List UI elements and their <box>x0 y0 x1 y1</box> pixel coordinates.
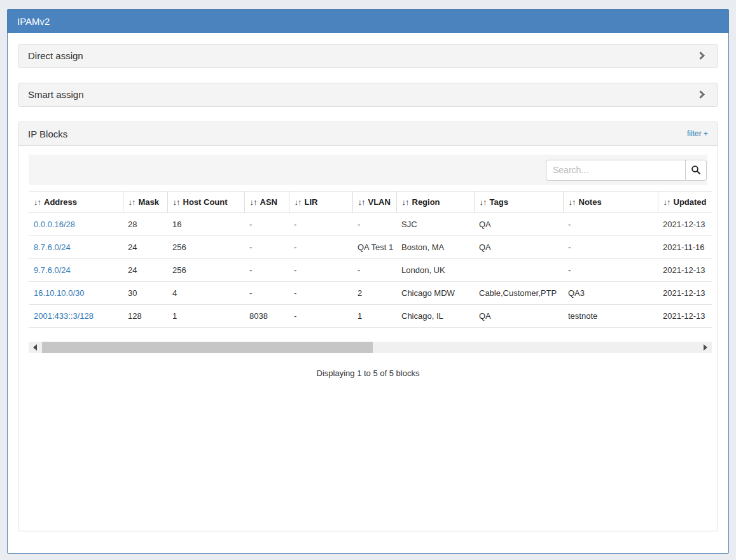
column-header-tags[interactable]: ↓↑Tags <box>474 192 563 213</box>
cell-host-count: 16 <box>167 213 244 236</box>
cell-tags: QA <box>474 305 563 328</box>
sort-icon: ↓↑ <box>358 197 365 207</box>
column-header-address[interactable]: ↓↑Address <box>29 192 123 213</box>
cell-notes: - <box>563 259 658 282</box>
table-row: 0.0.0.16/282816---SJCQA-2021-12-13 <box>29 213 712 236</box>
column-header-updated[interactable]: ↓↑Updated <box>658 192 712 213</box>
cell-mask: 28 <box>123 213 167 236</box>
cell-address: 16.10.10.0/30 <box>29 282 123 305</box>
column-label: VLAN <box>368 197 391 207</box>
smart-assign-panel[interactable]: Smart assign <box>18 83 718 107</box>
search-button[interactable] <box>685 160 707 181</box>
cell-host-count: 1 <box>167 305 244 328</box>
cell-asn: - <box>244 213 289 236</box>
cell-asn: - <box>244 282 289 305</box>
search-input[interactable] <box>546 160 685 181</box>
cell-asn: - <box>244 259 289 282</box>
scrollbar-thumb[interactable] <box>42 342 373 353</box>
table-summary: Displaying 1 to 5 of 5 blocks <box>29 368 707 378</box>
cell-mask: 128 <box>123 305 167 328</box>
cell-notes: QA3 <box>563 282 658 305</box>
column-header-host-count[interactable]: ↓↑Host Count <box>167 192 244 213</box>
cell-tags: Cable,Customer,PTP <box>474 282 563 305</box>
smart-assign-label: Smart assign <box>18 83 84 106</box>
column-header-vlan[interactable]: ↓↑VLAN <box>352 192 396 213</box>
cell-lir: - <box>289 282 352 305</box>
cell-address: 9.7.6.0/24 <box>29 259 123 282</box>
column-label: Updated <box>674 197 707 207</box>
cell-vlan: 1 <box>352 305 396 328</box>
filter-link[interactable]: filter + <box>687 129 708 138</box>
cell-region: Chicago MDW <box>396 282 474 305</box>
cell-vlan: - <box>352 259 396 282</box>
cell-notes: - <box>563 213 658 236</box>
scroll-left-arrow-icon[interactable] <box>33 344 37 351</box>
cell-vlan: QA Test 1 <box>352 236 396 259</box>
column-label: Mask <box>139 197 160 207</box>
sort-icon: ↓↑ <box>663 197 670 207</box>
app-title: IPAMv2 <box>17 16 50 27</box>
cell-lir: - <box>289 236 352 259</box>
column-label: Tags <box>490 197 508 207</box>
cell-region: SJC <box>396 213 474 236</box>
cell-mask: 24 <box>123 259 167 282</box>
cell-tags <box>474 259 563 282</box>
table-toolbar <box>29 155 707 185</box>
ip-blocks-title: IP Blocks <box>28 129 67 139</box>
sort-icon: ↓↑ <box>128 197 135 207</box>
ip-blocks-table: ↓↑Address↓↑Mask↓↑Host Count↓↑ASN↓↑LIR↓↑V… <box>29 191 712 328</box>
app-window: IPAMv2 Direct assign Smart assign IP Blo… <box>7 9 729 554</box>
sort-icon: ↓↑ <box>34 197 41 207</box>
table-row: 9.7.6.0/2424256---London, UK-2021-12-13 <box>29 259 712 282</box>
table-row: 8.7.6.0/2424256--QA Test 1Boston, MAQA-2… <box>29 236 712 259</box>
address-link[interactable]: 8.7.6.0/24 <box>34 242 71 252</box>
cell-notes: - <box>563 236 658 259</box>
column-header-region[interactable]: ↓↑Region <box>396 192 474 213</box>
table-header-row: ↓↑Address↓↑Mask↓↑Host Count↓↑ASN↓↑LIR↓↑V… <box>29 192 712 213</box>
search-group <box>546 160 707 181</box>
horizontal-scrollbar[interactable] <box>29 342 712 353</box>
cell-updated: 2021-11-16 <box>658 236 712 259</box>
sort-icon: ↓↑ <box>480 197 487 207</box>
cell-asn: 8038 <box>244 305 289 328</box>
column-label: Host Count <box>183 197 228 207</box>
scroll-right-arrow-icon[interactable] <box>704 344 707 351</box>
chevron-right-icon <box>697 90 705 99</box>
cell-region: London, UK <box>396 259 474 282</box>
cell-vlan: - <box>352 213 396 236</box>
cell-host-count: 256 <box>167 236 244 259</box>
cell-updated: 2021-12-13 <box>658 305 712 328</box>
sort-icon: ↓↑ <box>295 197 302 207</box>
cell-vlan: 2 <box>352 282 396 305</box>
cell-mask: 30 <box>123 282 167 305</box>
address-link[interactable]: 2001:433::3/128 <box>34 311 94 321</box>
column-header-lir[interactable]: ↓↑LIR <box>289 192 352 213</box>
column-label: Address <box>44 197 77 207</box>
cell-host-count: 256 <box>167 259 244 282</box>
cell-region: Boston, MA <box>396 236 474 259</box>
column-header-notes[interactable]: ↓↑Notes <box>563 192 658 213</box>
column-label: ASN <box>260 197 277 207</box>
direct-assign-panel[interactable]: Direct assign <box>18 44 718 68</box>
cell-address: 8.7.6.0/24 <box>29 236 123 259</box>
address-link[interactable]: 0.0.0.16/28 <box>34 220 75 229</box>
cell-lir: - <box>289 305 352 328</box>
cell-mask: 24 <box>123 236 167 259</box>
sort-icon: ↓↑ <box>569 197 576 207</box>
column-label: Region <box>412 197 440 207</box>
address-link[interactable]: 9.7.6.0/24 <box>34 265 71 275</box>
cell-updated: 2021-12-13 <box>658 213 712 236</box>
cell-tags: QA <box>474 236 563 259</box>
table-row: 2001:433::3/12812818038-1Chicago, ILQAte… <box>29 305 712 328</box>
main-content: Direct assign Smart assign IP Blocks fil… <box>8 33 728 554</box>
address-link[interactable]: 16.10.10.0/30 <box>34 288 85 298</box>
ip-blocks-body: ↓↑Address↓↑Mask↓↑Host Count↓↑ASN↓↑LIR↓↑V… <box>18 146 718 531</box>
cell-lir: - <box>289 259 352 282</box>
app-title-bar: IPAMv2 <box>8 10 728 33</box>
cell-address: 2001:433::3/128 <box>29 305 123 328</box>
column-header-asn[interactable]: ↓↑ASN <box>244 192 289 213</box>
ip-blocks-heading: IP Blocks filter + <box>18 122 718 146</box>
cell-asn: - <box>244 236 289 259</box>
sort-icon: ↓↑ <box>402 197 409 207</box>
column-header-mask[interactable]: ↓↑Mask <box>123 192 167 213</box>
